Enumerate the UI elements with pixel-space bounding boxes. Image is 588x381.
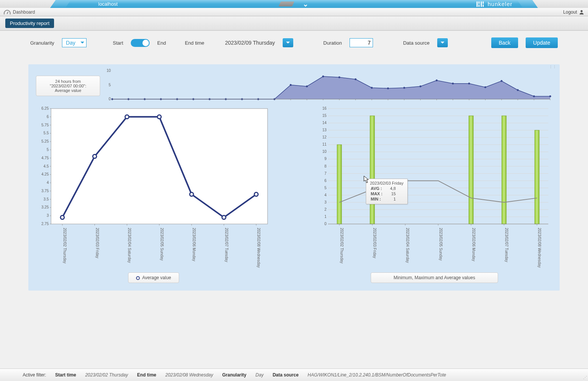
duration-input[interactable]: [350, 38, 373, 47]
svg-text:5: 5: [324, 186, 326, 190]
svg-text:4.5: 4.5: [43, 164, 49, 168]
chevron-down-icon[interactable]: ⌄: [303, 0, 308, 8]
svg-text:4.25: 4.25: [42, 172, 49, 176]
datasource-label: Data source: [403, 40, 430, 46]
svg-text:16: 16: [322, 107, 327, 110]
granularity-select[interactable]: Day: [62, 38, 87, 47]
svg-text:2: 2: [324, 207, 326, 211]
brand-logo: hunkeler: [476, 1, 512, 8]
datasource-dropdown-button[interactable]: [437, 38, 448, 47]
info-line2: "2023/02/07 00:00":: [39, 84, 97, 88]
svg-text:2023/02/03 Friday: 2023/02/03 Friday: [95, 228, 99, 258]
svg-point-103: [222, 216, 226, 219]
svg-rect-67: [51, 109, 268, 224]
update-button[interactable]: Update: [526, 37, 558, 48]
svg-text:10: 10: [107, 69, 111, 73]
svg-text:3: 3: [324, 200, 326, 204]
hourly-overview-chart[interactable]: 0510: [104, 69, 552, 103]
person-icon: [579, 9, 584, 15]
svg-text:4: 4: [46, 180, 49, 185]
svg-point-6: [580, 10, 582, 12]
svg-text:2023/02/06 Monday: 2023/02/06 Monday: [192, 228, 196, 261]
min-max-avg-chart[interactable]: 0123456789101112131415162023/02/02 Thurs…: [317, 107, 552, 269]
legend-minmax: Minimum, Maximum and Average values: [371, 272, 498, 283]
svg-text:0: 0: [324, 222, 326, 226]
svg-text:5.75: 5.75: [42, 123, 49, 127]
topbar-slab-icon[interactable]: [279, 2, 294, 6]
svg-text:2023/02/03 Friday: 2023/02/03 Friday: [373, 228, 377, 258]
svg-text:6.25: 6.25: [42, 107, 49, 110]
branding-bar: localhost ⌄ hunkeler: [0, 0, 588, 8]
svg-text:7: 7: [324, 171, 326, 176]
svg-rect-155: [469, 116, 473, 224]
svg-text:5.5: 5.5: [43, 131, 49, 135]
legend-right-text: Minimum, Maximum and Average values: [394, 275, 475, 280]
svg-text:3: 3: [46, 213, 49, 218]
svg-point-101: [158, 115, 161, 119]
brand-mark-icon: [476, 1, 486, 8]
start-end-toggle[interactable]: [131, 39, 150, 47]
logout-label: Logout: [563, 9, 577, 15]
svg-rect-2: [478, 5, 480, 7]
svg-point-100: [125, 115, 129, 119]
legend-left-text: Average value: [142, 275, 171, 280]
svg-rect-0: [477, 2, 478, 7]
svg-text:2023/02/05 Sunday: 2023/02/05 Sunday: [160, 228, 164, 261]
svg-text:13: 13: [322, 128, 327, 132]
svg-text:5: 5: [108, 83, 111, 87]
svg-text:4: 4: [324, 193, 326, 197]
svg-text:2023/02/02 Thursday: 2023/02/02 Thursday: [340, 228, 344, 263]
svg-point-104: [254, 193, 258, 196]
svg-text:2023/02/07 Tuesday: 2023/02/07 Tuesday: [504, 228, 509, 262]
svg-rect-157: [535, 130, 539, 224]
charts-panel: ⋮⋮ 24 hours from "2023/02/07 00:00": Ave…: [28, 64, 560, 291]
svg-text:4.75: 4.75: [42, 156, 49, 160]
duration-label: Duration: [323, 40, 342, 46]
svg-rect-3: [481, 2, 482, 7]
average-value-chart[interactable]: 2.7533.253.53.7544.254.54.7555.255.55.75…: [36, 107, 271, 269]
topbar-left-cap: [0, 0, 60, 8]
svg-text:3.5: 3.5: [43, 197, 49, 201]
endtime-label: End time: [185, 40, 204, 46]
endtime-dropdown-button[interactable]: [283, 38, 293, 47]
dashboard-label: Dashboard: [13, 9, 35, 15]
svg-text:2.75: 2.75: [42, 222, 49, 226]
svg-point-102: [190, 193, 193, 196]
svg-rect-4: [483, 2, 484, 4]
chart-tooltip: 2023/02/03 Friday AVG :4,8 MAX :15 MIN :…: [366, 179, 408, 204]
svg-text:9: 9: [324, 157, 326, 161]
tab-bar: Productivity report: [0, 16, 588, 31]
svg-text:2023/02/08 Wednesday: 2023/02/08 Wednesday: [537, 228, 542, 267]
svg-text:6: 6: [324, 179, 326, 183]
svg-text:3.75: 3.75: [42, 189, 49, 193]
topbar-right-cap: [528, 0, 588, 8]
svg-text:5.25: 5.25: [42, 139, 49, 143]
svg-text:15: 15: [322, 114, 327, 118]
tab-productivity-report[interactable]: Productivity report: [5, 19, 54, 28]
toolbar: Dashboard Logout: [0, 8, 588, 16]
controls-row: Granularity Day Start End End time 2023/…: [0, 31, 588, 55]
start-label: Start: [113, 40, 123, 46]
svg-text:2023/02/08 Wednesday: 2023/02/08 Wednesday: [257, 228, 261, 267]
legend-marker-icon: [136, 276, 140, 280]
logout-link[interactable]: Logout: [563, 9, 584, 15]
granularity-label: Granularity: [30, 40, 54, 46]
svg-point-99: [93, 154, 97, 158]
drag-handle-icon[interactable]: ⋮⋮: [28, 64, 560, 69]
svg-text:2023/02/04 Saturday: 2023/02/04 Saturday: [405, 228, 410, 263]
tooltip-title: 2023/02/03 Friday: [370, 181, 404, 185]
svg-text:0: 0: [108, 97, 111, 101]
svg-text:1: 1: [324, 215, 326, 219]
back-button[interactable]: Back: [491, 37, 518, 48]
svg-rect-1: [478, 2, 480, 4]
dashboard-link[interactable]: Dashboard: [4, 9, 35, 15]
tooltip-table: AVG :4,8 MAX :15 MIN :1: [370, 185, 396, 202]
host-label: localhost: [98, 1, 118, 7]
svg-text:2023/02/04 Saturday: 2023/02/04 Saturday: [127, 228, 132, 263]
topbar-center-controls: ⌄: [280, 0, 308, 8]
endtime-value: 2023/02/09 Thursday: [225, 40, 275, 46]
svg-rect-156: [502, 116, 506, 224]
svg-rect-5: [483, 5, 484, 7]
svg-text:2023/02/02 Thursday: 2023/02/02 Thursday: [63, 228, 67, 263]
end-label: End: [157, 40, 166, 46]
